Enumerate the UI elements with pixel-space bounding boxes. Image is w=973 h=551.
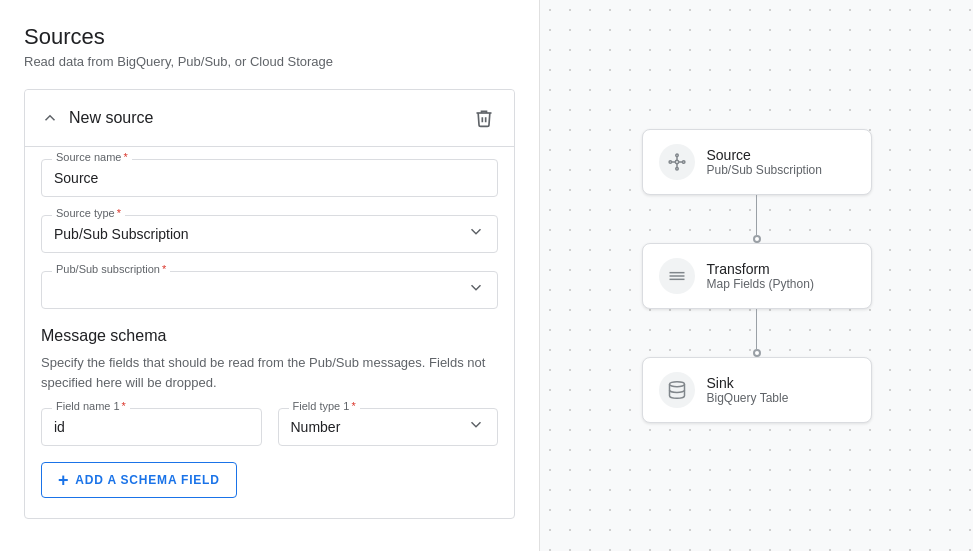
- field-type-select[interactable]: Number String Boolean Timestamp: [291, 417, 458, 437]
- right-panel: Source Pub/Sub Subscription Transform Ma…: [540, 0, 973, 551]
- pubsub-label: Pub/Sub subscription*: [52, 264, 170, 275]
- new-source-accordion: New source Source name*: [24, 89, 515, 519]
- transform-node-subtitle: Map Fields (Python): [707, 277, 814, 291]
- schema-fields-row: Field name 1* Field type 1* Number Strin…: [41, 408, 498, 446]
- pubsub-subscription-group: Pub/Sub subscription*: [41, 271, 498, 309]
- svg-point-12: [669, 381, 684, 386]
- delete-button[interactable]: [470, 104, 498, 132]
- pipeline-diagram: Source Pub/Sub Subscription Transform Ma…: [642, 129, 872, 423]
- page-title: Sources: [24, 24, 515, 50]
- sink-node-subtitle: BigQuery Table: [707, 391, 789, 405]
- add-schema-field-button[interactable]: + ADD A SCHEMA FIELD: [41, 462, 237, 498]
- source-type-select-wrapper: Source type* Pub/Sub Subscription BigQue…: [41, 215, 498, 253]
- connector-line-1: [756, 195, 757, 235]
- source-type-label: Source type*: [52, 208, 125, 219]
- field-type-chevron-icon: [467, 416, 485, 439]
- source-name-input[interactable]: [54, 168, 485, 188]
- connector-2: [753, 309, 761, 357]
- field-name-group: Field name 1*: [41, 408, 262, 446]
- source-node-content: Source Pub/Sub Subscription: [707, 147, 822, 177]
- sink-node-title: Sink: [707, 375, 789, 391]
- source-node-title: Source: [707, 147, 822, 163]
- connector-line-2: [756, 309, 757, 349]
- source-name-group: Source name*: [41, 159, 498, 197]
- source-type-select[interactable]: Pub/Sub Subscription BigQuery Cloud Stor…: [54, 224, 457, 244]
- field-type-wrapper: Field type 1* Number String Boolean Time…: [278, 408, 499, 446]
- plus-icon: +: [58, 471, 69, 489]
- connector-1: [753, 195, 761, 243]
- svg-point-0: [675, 160, 678, 163]
- transform-node-content: Transform Map Fields (Python): [707, 261, 814, 291]
- source-name-field-wrapper: Source name*: [41, 159, 498, 197]
- pubsub-subscription-select[interactable]: [54, 280, 457, 300]
- field-name-wrapper: Field name 1*: [41, 408, 262, 446]
- list-icon: [659, 258, 695, 294]
- connector-dot-1: [753, 235, 761, 243]
- source-type-group: Source type* Pub/Sub Subscription BigQue…: [41, 215, 498, 253]
- svg-point-3: [669, 160, 672, 163]
- field-type-group: Field type 1* Number String Boolean Time…: [278, 408, 499, 446]
- svg-point-4: [675, 167, 678, 170]
- schema-section-title: Message schema: [41, 327, 498, 345]
- svg-point-2: [682, 160, 685, 163]
- left-panel: Sources Read data from BigQuery, Pub/Sub…: [0, 0, 540, 551]
- schema-description: Specify the fields that should be read f…: [41, 353, 498, 392]
- accordion-body: Source name* Source type* Pub/Sub Subscr…: [25, 146, 514, 518]
- add-schema-button-label: ADD A SCHEMA FIELD: [75, 473, 219, 487]
- transform-node-title: Transform: [707, 261, 814, 277]
- source-type-chevron-icon: [467, 223, 485, 246]
- field-name-input[interactable]: [54, 417, 249, 437]
- pubsub-select-wrapper: Pub/Sub subscription*: [41, 271, 498, 309]
- source-node-subtitle: Pub/Sub Subscription: [707, 163, 822, 177]
- page-subtitle: Read data from BigQuery, Pub/Sub, or Clo…: [24, 54, 515, 69]
- connector-dot-2: [753, 349, 761, 357]
- sink-node-content: Sink BigQuery Table: [707, 375, 789, 405]
- pubsub-chevron-icon: [467, 279, 485, 302]
- svg-point-1: [675, 154, 678, 157]
- accordion-title: New source: [69, 109, 153, 127]
- database-icon: [659, 372, 695, 408]
- pipeline-node-transform[interactable]: Transform Map Fields (Python): [642, 243, 872, 309]
- accordion-header[interactable]: New source: [25, 90, 514, 146]
- field-name-label: Field name 1*: [52, 401, 130, 412]
- hub-icon: [659, 144, 695, 180]
- pipeline-node-source[interactable]: Source Pub/Sub Subscription: [642, 129, 872, 195]
- chevron-up-icon: [41, 109, 59, 127]
- accordion-header-left: New source: [41, 109, 153, 127]
- source-name-label: Source name*: [52, 152, 132, 163]
- pipeline-node-sink[interactable]: Sink BigQuery Table: [642, 357, 872, 423]
- field-type-label: Field type 1*: [289, 401, 360, 412]
